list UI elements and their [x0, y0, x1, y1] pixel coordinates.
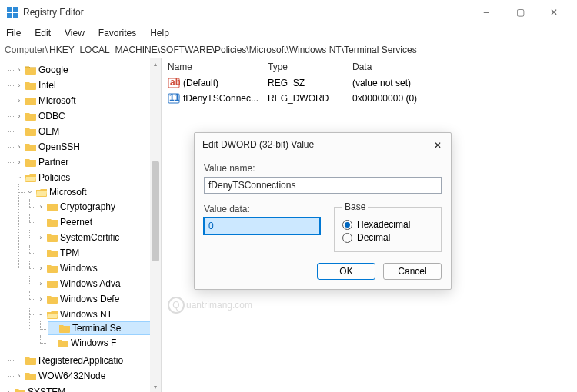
chevron-right-icon[interactable]: › [37, 203, 45, 211]
address-path: HKEY_LOCAL_MACHINE\SOFTWARE\Policies\Mic… [49, 45, 417, 55]
radio-hexadecimal[interactable]: Hexadecimal [342, 219, 433, 230]
address-label: Computer\ [5, 45, 48, 55]
col-header-type[interactable]: Type [262, 61, 346, 72]
tree-label[interactable]: Google [38, 65, 68, 75]
chevron-right-icon[interactable]: › [37, 280, 45, 287]
menu-help[interactable]: Help [148, 26, 171, 40]
chevron-right-icon[interactable]: › [15, 81, 23, 89]
reg-dword-icon: 110 [168, 92, 180, 105]
folder-icon [47, 248, 58, 257]
menu-favorites[interactable]: Favorites [97, 26, 138, 40]
chevron-right-icon[interactable]: › [37, 264, 45, 272]
folder-icon [25, 96, 36, 105]
menu-edit[interactable]: Edit [33, 26, 52, 40]
cell-name: (Default) [183, 78, 218, 88]
tree-label[interactable]: Policies [38, 172, 70, 183]
folder-icon [47, 233, 58, 242]
chevron-right-icon[interactable]: › [15, 143, 23, 151]
dialog-close-button[interactable]: ✕ [429, 138, 446, 153]
tree-scrollbar[interactable]: ▴ ▾ [150, 58, 161, 392]
chevron-right-icon[interactable]: › [15, 112, 23, 120]
watermark-text: uantrimang.com [186, 300, 252, 311]
tree-label[interactable]: Windows Defe [60, 294, 119, 304]
tree-label[interactable]: Intel [38, 80, 56, 91]
chevron-down-icon[interactable]: › [37, 311, 45, 318]
ok-button[interactable]: OK [317, 263, 375, 280]
col-header-name[interactable]: Name [162, 61, 262, 72]
tree-label[interactable]: OEM [38, 126, 59, 137]
tree-label[interactable]: Microsoft [38, 95, 76, 106]
tree-label[interactable]: TPM [60, 247, 79, 258]
tree-label[interactable]: Windows F [71, 337, 116, 348]
radio-icon[interactable] [342, 233, 352, 243]
radio-icon[interactable] [342, 220, 352, 230]
chevron-down-icon[interactable]: › [26, 188, 34, 196]
svg-rect-1 [13, 7, 18, 12]
chevron-right-icon[interactable]: › [37, 234, 45, 241]
list-row[interactable]: ab(Default) REG_SZ (value not set) [162, 75, 577, 91]
maximize-button[interactable]: ▢ [503, 2, 537, 23]
folder-icon [47, 264, 58, 273]
chevron-right-icon[interactable]: › [15, 158, 23, 166]
folder-icon [25, 65, 36, 75]
col-header-data[interactable]: Data [346, 61, 577, 72]
scroll-up-icon[interactable]: ▴ [150, 58, 161, 69]
chevron-right-icon[interactable]: › [15, 97, 23, 105]
tree-label[interactable]: Peernet [60, 217, 92, 228]
value-name-label: Value name: [204, 163, 442, 174]
chevron-down-icon[interactable]: › [15, 174, 23, 181]
svg-text:ab: ab [170, 77, 180, 88]
list-header: Name Type Data [162, 58, 577, 75]
svg-rect-2 [7, 13, 12, 18]
folder-open-icon [47, 310, 58, 319]
svg-rect-3 [13, 13, 18, 18]
chevron-right-icon[interactable]: › [15, 372, 23, 380]
chevron-right-icon[interactable]: › [37, 295, 45, 303]
tree-label[interactable]: SystemCertific [60, 232, 119, 243]
minimize-button[interactable]: – [469, 2, 503, 23]
watermark: Q uantrimang.com [168, 297, 252, 314]
radio-label: Hexadecimal [357, 219, 410, 230]
base-legend: Base [342, 201, 368, 212]
cell-type: REG_DWORD [262, 93, 346, 104]
tree-pane[interactable]: ›Google ›Intel ›Microsoft ›ODBC ›OEM ›Op… [0, 58, 162, 392]
svg-rect-0 [7, 7, 12, 12]
folder-icon [25, 111, 36, 121]
tree-label[interactable]: Windows Adva [60, 278, 121, 289]
radio-decimal[interactable]: Decimal [342, 232, 433, 243]
tree-label[interactable]: Windows [60, 263, 98, 274]
tree-label[interactable]: OpenSSH [38, 141, 80, 152]
folder-icon [59, 324, 70, 333]
value-data-label: Value data: [204, 204, 320, 214]
folder-icon [25, 371, 36, 380]
menu-file[interactable]: File [5, 26, 22, 40]
tree-label[interactable]: RegisteredApplicatio [38, 355, 123, 366]
cancel-button[interactable]: Cancel [383, 263, 442, 280]
window-title: Registry Editor [23, 7, 469, 18]
chevron-right-icon[interactable]: › [5, 388, 12, 392]
tree-label[interactable]: WOW6432Node [38, 370, 105, 381]
chevron-right-icon[interactable]: › [15, 66, 23, 74]
scroll-down-icon[interactable]: ▾ [150, 381, 161, 392]
close-button[interactable]: ✕ [537, 2, 571, 23]
tree-label[interactable]: Partner [38, 157, 68, 168]
menu-view[interactable]: View [63, 26, 86, 40]
tree-label[interactable]: Terminal Se [72, 323, 121, 334]
folder-icon [47, 218, 58, 227]
tree-label[interactable]: SYSTEM [28, 387, 65, 392]
base-fieldset: Base Hexadecimal Decimal [334, 201, 442, 252]
value-name-input[interactable] [204, 177, 442, 194]
tree-label[interactable]: Windows NT [60, 309, 112, 320]
radio-label: Decimal [357, 232, 390, 243]
folder-icon [15, 387, 25, 392]
tree-label[interactable]: Cryptography [60, 201, 115, 212]
tree-label[interactable]: ODBC [38, 111, 65, 121]
value-data-input[interactable] [204, 218, 320, 234]
tree-label[interactable]: Microsoft [49, 187, 87, 198]
list-row[interactable]: 110fDenyTSConnec... REG_DWORD 0x00000000… [162, 91, 577, 106]
address-bar[interactable]: Computer\ HKEY_LOCAL_MACHINE\SOFTWARE\Po… [0, 42, 577, 58]
scrollbar-thumb[interactable] [152, 161, 159, 261]
cell-name: fDenyTSConnec... [183, 93, 258, 104]
watermark-icon: Q [168, 297, 185, 314]
folder-open-icon [36, 188, 47, 197]
